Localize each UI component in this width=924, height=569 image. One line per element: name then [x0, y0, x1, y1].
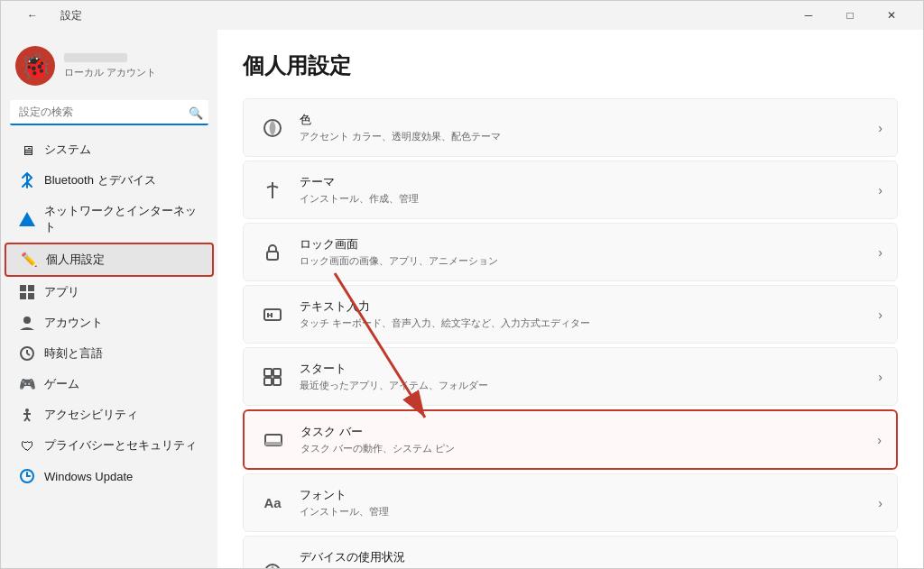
sidebar-item-label: Windows Update — [44, 470, 133, 483]
sidebar-item-label: アクセシビリティ — [44, 407, 138, 423]
start-icon — [258, 363, 287, 391]
system-icon: 🖥 — [19, 142, 35, 158]
sidebar-item-personalization[interactable]: ✏️ 個人用設定 — [5, 243, 214, 277]
settings-item-desc: タッチ キーボード、音声入力、絵文字など、入力方式エディター — [300, 317, 590, 330]
svg-rect-1 — [20, 285, 26, 291]
settings-item-title: デバイスの使用状況 — [300, 549, 878, 565]
user-account-type: ローカル アカウント — [64, 66, 156, 79]
settings-item-theme[interactable]: テーマ インストール、作成、管理 › — [243, 161, 898, 219]
sidebar-item-apps[interactable]: アプリ — [5, 277, 214, 307]
settings-item-desc: お使いのデバイスを使用して、Microsoft エクスペリエンス内でパーソナライ… — [300, 567, 878, 568]
sidebar-item-label: システム — [44, 142, 91, 158]
accessibility-icon — [19, 407, 35, 423]
settings-item-color[interactable]: 色 アクセント カラー、透明度効果、配色テーマ › — [243, 98, 898, 157]
maximize-button[interactable]: □ — [829, 1, 871, 30]
settings-item-lockscreen[interactable]: ロック画面 ロック画面の画像、アプリ、アニメーション › — [243, 223, 898, 281]
minimize-button[interactable]: ─ — [788, 1, 829, 30]
settings-item-device-usage[interactable]: デバイスの使用状況 お使いのデバイスを使用して、Microsoft エクスペリエ… — [243, 536, 898, 568]
settings-item-desc: 最近使ったアプリ、アイテム、フォルダー — [300, 379, 488, 392]
settings-item-title: フォント — [300, 487, 389, 503]
chevron-icon: › — [878, 183, 882, 197]
titlebar: ← 設定 ─ □ ✕ — [1, 1, 923, 30]
network-icon — [19, 211, 35, 227]
settings-item-title: タスク バー — [300, 424, 455, 440]
settings-item-title: テキスト入力 — [300, 298, 590, 315]
settings-item-text: デバイスの使用状況 お使いのデバイスを使用して、Microsoft エクスペリエ… — [300, 549, 878, 568]
bluetooth-icon — [19, 172, 35, 188]
settings-item-title: 色 — [300, 112, 501, 128]
settings-item-text: ロック画面 ロック画面の画像、アプリ、アニメーション — [300, 236, 498, 268]
settings-item-taskbar[interactable]: タスク バー タスク バーの動作、システム ピン › — [243, 409, 898, 470]
sidebar-item-label: 時刻と言語 — [44, 345, 103, 362]
chevron-icon: › — [878, 370, 882, 384]
settings-item-fonts[interactable]: Aa フォント インストール、管理 › — [243, 473, 898, 532]
chevron-icon: › — [878, 496, 882, 510]
user-info: ローカル アカウント — [64, 53, 156, 79]
svg-point-9 — [25, 408, 29, 412]
settings-item-left: ロック画面 ロック画面の画像、アプリ、アニメーション — [258, 236, 498, 268]
svg-rect-25 — [273, 378, 281, 385]
chevron-icon: › — [878, 307, 882, 322]
sidebar-item-system[interactable]: 🖥 システム — [5, 134, 214, 165]
privacy-icon: 🛡 — [19, 437, 35, 454]
taskbar-icon — [259, 426, 288, 454]
settings-item-desc: ロック画面の画像、アプリ、アニメーション — [300, 254, 498, 268]
sidebar-item-time[interactable]: 時刻と言語 — [5, 338, 214, 369]
sidebar-item-label: アプリ — [44, 284, 79, 300]
svg-rect-2 — [28, 285, 34, 291]
page-title: 個人用設定 — [243, 51, 898, 80]
apps-icon — [19, 284, 35, 300]
settings-item-text: スタート 最近使ったアプリ、アイテム、フォルダー — [300, 361, 488, 392]
time-icon — [19, 345, 35, 362]
titlebar-left: ← 設定 — [12, 1, 82, 30]
sidebar-item-label: Bluetooth とデバイス — [44, 172, 156, 188]
user-section: 🐞 ローカル アカウント — [1, 37, 217, 100]
sidebar-item-gaming[interactable]: 🎮 ゲーム — [5, 369, 214, 399]
chevron-icon: › — [878, 245, 882, 260]
gaming-icon: 🎮 — [19, 376, 35, 392]
main-content: 個人用設定 色 アクセント カラー、透明度効果、配色テーマ — [217, 30, 923, 568]
settings-item-text: テキスト入力 タッチ キーボード、音声入力、絵文字など、入力方式エディター — [300, 298, 590, 330]
window-controls: ─ □ ✕ — [788, 1, 912, 30]
lockscreen-icon — [258, 238, 287, 267]
titlebar-title: 設定 — [60, 8, 82, 23]
sidebar-item-accessibility[interactable]: アクセシビリティ — [5, 399, 214, 430]
chevron-icon: › — [878, 121, 882, 135]
svg-rect-24 — [264, 378, 272, 385]
textinput-icon — [258, 300, 287, 329]
settings-item-text: フォント インストール、管理 — [300, 487, 389, 519]
settings-item-desc: インストール、管理 — [300, 505, 389, 519]
chevron-icon: › — [877, 433, 882, 447]
settings-item-desc: インストール、作成、管理 — [300, 192, 419, 206]
svg-rect-4 — [28, 293, 34, 299]
sidebar-item-windows-update[interactable]: Windows Update — [5, 461, 214, 491]
avatar: 🐞 — [15, 46, 55, 86]
settings-item-title: ロック画面 — [300, 236, 498, 252]
sidebar-item-label: 個人用設定 — [46, 252, 105, 268]
settings-item-left: Aa フォント インストール、管理 — [258, 487, 389, 519]
personalization-icon: ✏️ — [21, 252, 37, 268]
settings-window: ← 設定 ─ □ ✕ 🐞 ローカル アカウント — [0, 0, 924, 569]
sidebar-item-accounts[interactable]: アカウント — [5, 307, 214, 338]
sidebar-item-network[interactable]: ネットワークとインターネット — [5, 196, 214, 243]
sidebar-item-privacy[interactable]: 🛡 プライバシーとセキュリティ — [5, 430, 214, 461]
svg-point-5 — [23, 317, 31, 324]
sidebar-item-bluetooth[interactable]: Bluetooth とデバイス — [5, 165, 214, 196]
svg-rect-3 — [20, 293, 26, 299]
settings-list: 色 アクセント カラー、透明度効果、配色テーマ › — [243, 98, 898, 568]
close-button[interactable]: ✕ — [871, 1, 912, 30]
sidebar-item-label: ネットワークとインターネット — [44, 203, 199, 235]
settings-item-textinput[interactable]: テキスト入力 タッチ キーボード、音声入力、絵文字など、入力方式エディター › — [243, 285, 898, 344]
back-button[interactable]: ← — [12, 1, 53, 30]
search-input[interactable] — [10, 100, 208, 125]
accounts-icon — [19, 315, 35, 331]
search-icon: 🔍 — [189, 106, 203, 120]
avatar-icon: 🐞 — [20, 51, 51, 81]
settings-item-start[interactable]: スタート 最近使ったアプリ、アイテム、フォルダー › — [243, 347, 898, 406]
search-box: 🔍 — [10, 100, 208, 125]
settings-item-text: タスク バー タスク バーの動作、システム ピン — [300, 424, 455, 455]
svg-line-8 — [27, 353, 30, 355]
svg-marker-0 — [19, 212, 35, 226]
color-icon — [258, 114, 287, 142]
settings-item-left: テキスト入力 タッチ キーボード、音声入力、絵文字など、入力方式エディター — [258, 298, 590, 330]
